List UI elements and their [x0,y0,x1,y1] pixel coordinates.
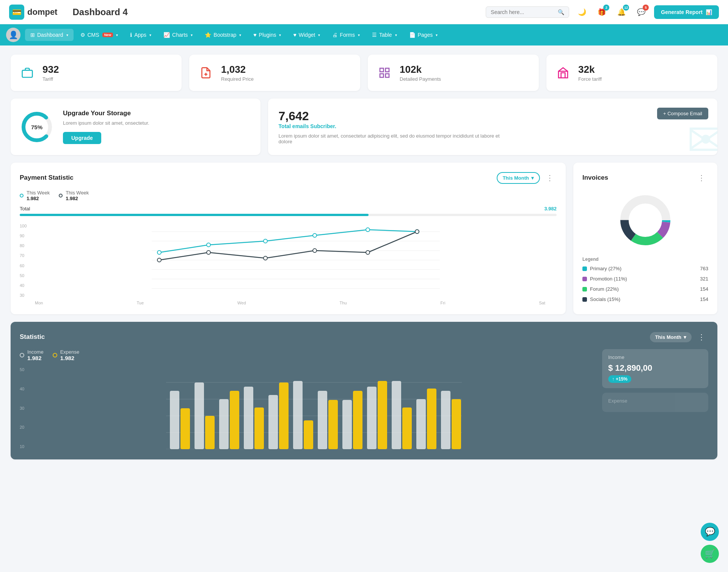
stat-value-tariff: 932 [42,64,59,75]
nav-item-widget[interactable]: ♥ Widget ▾ [288,29,325,41]
nav-label-charts: Charts [172,32,188,38]
svg-point-18 [157,251,161,254]
search-icon: 🔍 [558,9,564,15]
filter-label: This Month [503,175,529,181]
stat-right-panel: Income $ 12,890,00 ↑ +15% Expense [602,349,708,450]
statistic-more-options[interactable]: ⋮ [695,331,708,343]
svg-rect-62 [427,389,436,449]
legend-1-value: 1.982 [27,196,50,201]
messages-btn[interactable]: 💬 5 [634,5,648,19]
nav-item-cms[interactable]: ⚙ CMS New ▾ [75,29,124,41]
nav-item-apps[interactable]: ℹ Apps ▾ [125,29,157,41]
stat-label-force-tariff: Force tariff [578,76,602,82]
moon-icon: 🌙 [578,8,586,16]
charts-icon: 📈 [163,32,170,38]
bar-chart-svg [33,366,595,449]
gift-btn[interactable]: 🎁 2 [595,5,609,19]
nav-item-pages[interactable]: 📄 Pages ▾ [404,29,443,41]
svg-rect-8 [559,71,568,78]
svg-point-19 [207,243,210,247]
upgrade-button[interactable]: Upgrade [63,132,101,144]
nav-item-charts[interactable]: 📈 Charts ▾ [158,29,198,41]
income-legend-label: Income [27,349,44,355]
statistic-card: Statistic This Month ▾ ⋮ Income 1.982 [11,322,717,459]
generate-report-button[interactable]: Generate Report 📊 [654,5,719,19]
invoices-more-options[interactable]: ⋮ [695,172,708,184]
chat-badge: 5 [643,5,649,11]
stat-info-force-tariff: 32k Force tariff [578,64,602,82]
legend-item-1: This Week 1.982 [20,190,50,201]
income-dot [20,353,24,357]
svg-rect-53 [318,391,327,449]
socials-value: 154 [700,296,708,302]
expense-legend-value: 1.982 [60,355,80,361]
payment-more-options[interactable]: ⋮ [543,172,557,184]
logo[interactable]: 💳 dompet [9,5,57,20]
chevron-down-icon-cms: ▾ [116,33,118,37]
email-card-description: Lorem ipsum dolor sit amet, consectetur … [279,133,506,144]
income-legend-item: Income 1.982 [20,349,44,361]
grid-icon [375,64,394,82]
legend-dot-teal [20,194,24,197]
chevron-down-icon-pages: ▾ [436,33,438,37]
payment-statistic-card: Payment Statistic This Month ▾ ⋮ This We… [11,163,566,314]
expense-legend-label: Expense [60,349,80,355]
chevron-down-icon-apps: ▾ [149,33,151,37]
svg-rect-7 [386,74,389,77]
invoices-card: Invoices ⋮ [573,163,717,314]
legend-2-label: This Week [66,190,89,196]
statistic-title: Statistic [20,333,45,341]
statistic-month-filter[interactable]: This Month ▾ [650,332,692,342]
user-avatar[interactable]: 👤 [6,28,20,42]
expense-box-title: Expense [608,398,702,404]
svg-rect-59 [392,381,401,449]
promotion-color-swatch [582,277,587,281]
nav-item-table[interactable]: ☰ Table ▾ [367,29,402,41]
logo-text: dompet [27,7,57,17]
search-box[interactable]: 🔍 [486,6,569,18]
nav-label-plugins: Plugins [259,32,276,38]
generate-report-label: Generate Report [661,9,703,15]
svg-rect-60 [402,407,412,449]
arrow-up-icon: ↑ [612,376,614,382]
search-input[interactable] [491,9,555,15]
svg-rect-5 [386,68,389,72]
total-value: 3.982 [544,206,557,212]
nav-item-bootstrap[interactable]: ⭐ Bootstrap ▾ [199,29,246,41]
invoices-donut-container [582,190,708,251]
stat-value-force-tariff: 32k [578,64,602,75]
legend-item-2: This Week 1.982 [59,190,89,201]
svg-rect-51 [293,381,303,449]
chevron-down-icon-table: ▾ [395,33,397,37]
socials-label: Socials (15%) [590,296,620,302]
stat-info-required-price: 1,032 Required Price [221,64,254,82]
chevron-down-icon-filter: ▾ [531,175,534,181]
plugins-icon: ♥ [253,32,256,38]
income-amount: $ 12,890,00 [608,363,702,373]
nav-label-cms: CMS [88,32,99,38]
main-content: 932 Tariff 1,032 Required Price [0,45,728,469]
svg-point-28 [366,251,370,254]
nav-label-pages: Pages [418,32,433,38]
legend-header: Legend [582,257,708,262]
dark-mode-toggle[interactable]: 🌙 [575,5,589,19]
income-box: Income $ 12,890,00 ↑ +15% [602,349,708,388]
nav-item-plugins[interactable]: ♥ Plugins ▾ [248,29,286,41]
nav-item-dashboard[interactable]: ⊞ Dashboard ▾ [25,29,74,41]
stat-card-required-price: 1,032 Required Price [189,55,360,91]
promotion-label: Promotion (11%) [590,276,627,282]
svg-rect-50 [279,382,289,449]
chevron-down-icon-charts: ▾ [191,33,193,37]
upgrade-card: 75% Upgrade Your Storage Lorem ipsum dol… [11,99,260,155]
stat-label-detailed-payments: Detailed Payments [400,76,441,82]
chevron-down-icon-forms: ▾ [358,33,360,37]
this-month-filter[interactable]: This Month ▾ [497,172,540,184]
payment-card-header: Payment Statistic This Month ▾ ⋮ [20,172,557,184]
notifications-btn[interactable]: 🔔 12 [615,5,628,19]
income-legend-value: 1.982 [27,355,44,361]
primary-value: 763 [700,266,708,271]
total-row: Total 3.982 [20,206,557,212]
expense-box: Expense [602,393,708,412]
svg-rect-56 [353,391,362,449]
nav-item-forms[interactable]: 🖨 Forms ▾ [327,29,365,41]
